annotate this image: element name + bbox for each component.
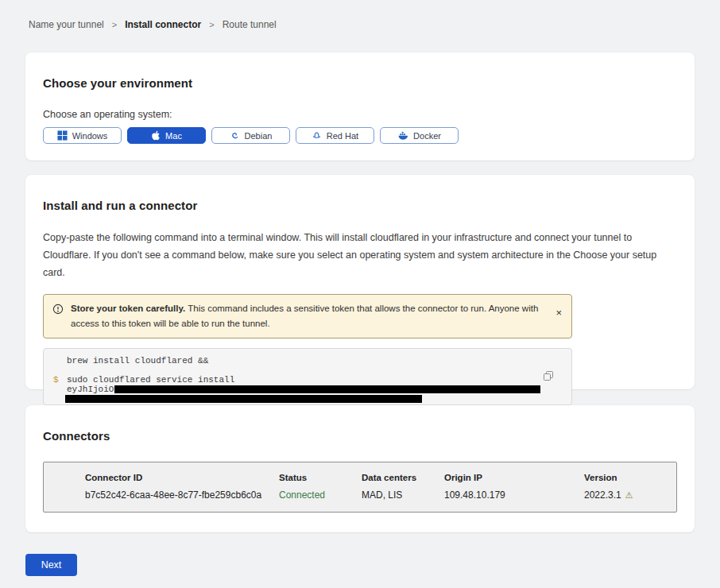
choose-environment-card: Choose your environment Choose an operat… <box>25 52 695 161</box>
os-button-mac[interactable]: Mac <box>127 127 206 144</box>
breadcrumb-install-connector[interactable]: Install connector <box>125 19 201 30</box>
os-button-label: Red Hat <box>327 131 358 141</box>
connectors-table: Connector ID Status Data centers Origin … <box>43 462 677 513</box>
copy-icon[interactable] <box>543 370 554 384</box>
next-button[interactable]: Next <box>25 554 77 576</box>
os-button-group: Windows Mac Debian <box>43 127 677 144</box>
info-circle-icon <box>52 304 64 318</box>
warning-message: Store your token carefully. This command… <box>71 301 544 331</box>
connectors-card: Connectors Connector ID Status Data cent… <box>25 405 695 532</box>
connectors-table-header: Connector ID Status Data centers Origin … <box>85 473 676 482</box>
debian-icon <box>230 130 240 141</box>
token-prefix: eyJhIjoiO <box>67 385 114 394</box>
install-connector-card: Install and run a connector Copy-paste t… <box>25 175 695 389</box>
column-header-origin-ip: Origin IP <box>444 473 584 482</box>
code-line-token: eyJhIjoiO <box>44 385 571 394</box>
code-line-sudo-text: sudo cloudflared service install <box>67 375 234 385</box>
os-button-docker[interactable]: Docker <box>380 127 459 144</box>
breadcrumb-separator: > <box>112 20 117 29</box>
column-header-data-centers: Data centers <box>362 473 444 482</box>
install-command-code-block: brew install cloudflared && $ sudo cloud… <box>43 348 572 405</box>
apple-icon <box>151 130 161 141</box>
redhat-icon <box>312 130 322 141</box>
column-header-connector-id: Connector ID <box>85 473 279 482</box>
os-button-label: Windows <box>72 131 108 141</box>
os-button-label: Docker <box>413 131 441 141</box>
close-icon[interactable]: × <box>555 308 562 318</box>
token-warning-banner: Store your token carefully. This command… <box>43 294 572 338</box>
os-button-redhat[interactable]: Red Hat <box>296 127 374 144</box>
origin-ip-value: 109.48.10.179 <box>444 489 584 501</box>
version-number: 2022.3.1 <box>584 489 621 501</box>
connectors-card-title: Connectors <box>43 429 677 443</box>
column-header-version: Version <box>584 473 676 482</box>
install-card-title: Install and run a connector <box>43 199 677 212</box>
docker-icon <box>397 130 408 141</box>
connector-id-value: b7c52c42-6caa-48ee-8c77-fbe259cb6c0a <box>85 489 279 501</box>
data-centers-value: MAD, LIS <box>362 489 444 501</box>
redacted-token-bar <box>65 395 422 403</box>
os-button-windows[interactable]: Windows <box>43 127 122 144</box>
table-row: b7c52c42-6caa-48ee-8c77-fbe259cb6c0a Con… <box>85 489 676 501</box>
column-header-status: Status <box>279 473 362 482</box>
breadcrumb: Name your tunnel > Install connector > R… <box>0 0 720 30</box>
breadcrumb-name-your-tunnel[interactable]: Name your tunnel <box>29 19 104 30</box>
code-line-brew: brew install cloudflared && <box>44 356 571 366</box>
install-description: Copy-paste the following command into a … <box>43 230 677 282</box>
shell-prompt: $ <box>53 375 59 385</box>
code-line-sudo: $ sudo cloudflared service install <box>44 375 571 385</box>
environment-card-title: Choose your environment <box>43 76 677 90</box>
breadcrumb-separator: > <box>209 20 214 29</box>
warning-message-bold: Store your token carefully. <box>71 304 185 313</box>
windows-icon <box>57 130 68 141</box>
version-value: 2022.3.1 ⚠ <box>584 489 676 501</box>
os-button-label: Mac <box>165 131 182 141</box>
breadcrumb-route-tunnel[interactable]: Route tunnel <box>223 19 277 30</box>
os-button-debian[interactable]: Debian <box>211 127 290 144</box>
warning-triangle-icon: ⚠ <box>625 491 633 500</box>
redacted-token-bar <box>114 385 540 393</box>
status-badge: Connected <box>279 489 362 501</box>
os-button-label: Debian <box>245 131 273 141</box>
os-select-label: Choose an operating system: <box>43 109 677 120</box>
